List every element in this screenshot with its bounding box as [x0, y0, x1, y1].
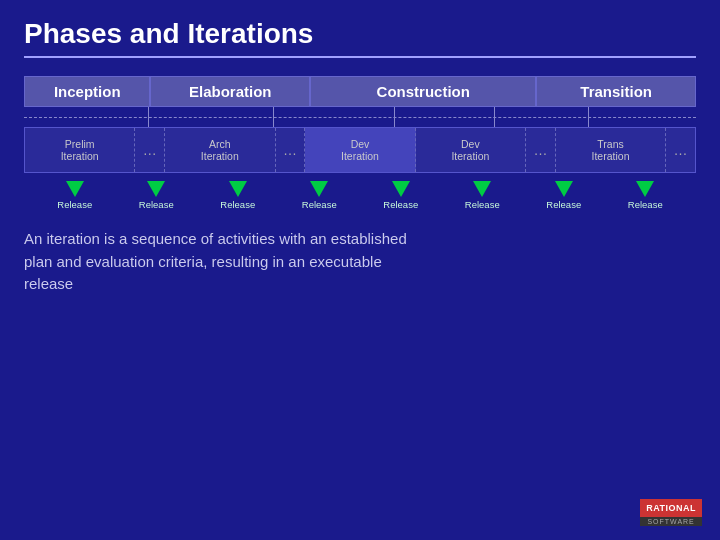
phase-transition: Transition — [536, 76, 696, 107]
release-6: Release — [465, 181, 500, 210]
rational-logo: RATIONAL SOFTWARE — [640, 499, 702, 526]
logo-sub: SOFTWARE — [640, 517, 702, 526]
iter-trans: TransIteration — [556, 128, 666, 172]
phase-elaboration: Elaboration — [150, 76, 310, 107]
release-7: Release — [546, 181, 581, 210]
release-4: Release — [302, 181, 337, 210]
iter-dot-4: … — [666, 128, 695, 172]
title-area: Phases and Iterations — [24, 18, 696, 58]
description-text: An iteration is a sequence of activities… — [24, 228, 696, 296]
iter-dot-3: … — [526, 128, 556, 172]
phases-row: Inception Elaboration Construction Trans… — [24, 76, 696, 107]
iterations-row: PrelimIteration … ArchIteration … DevIte… — [24, 127, 696, 173]
release-arrow-7 — [555, 181, 573, 197]
releases-row: Release Release Release Release Release … — [24, 181, 696, 210]
release-5: Release — [383, 181, 418, 210]
iter-dev-1: DevIteration — [305, 128, 415, 172]
phase-inception: Inception — [24, 76, 150, 107]
iter-arch: ArchIteration — [165, 128, 275, 172]
iter-prelim: PrelimIteration — [25, 128, 135, 172]
release-arrow-2 — [147, 181, 165, 197]
logo-name: RATIONAL — [640, 499, 702, 517]
release-arrow-4 — [310, 181, 328, 197]
iter-dev-2: DevIteration — [416, 128, 526, 172]
release-arrow-1 — [66, 181, 84, 197]
release-arrow-8 — [636, 181, 654, 197]
release-arrow-6 — [473, 181, 491, 197]
phases-and-iterations: Inception Elaboration Construction Trans… — [24, 76, 696, 173]
release-arrow-3 — [229, 181, 247, 197]
iter-dot-1: … — [135, 128, 165, 172]
page-title: Phases and Iterations — [24, 18, 696, 58]
phase-construction: Construction — [310, 76, 536, 107]
release-3: Release — [220, 181, 255, 210]
release-arrow-5 — [392, 181, 410, 197]
release-2: Release — [139, 181, 174, 210]
slide: Phases and Iterations Inception Elaborat… — [0, 0, 720, 540]
release-8: Release — [628, 181, 663, 210]
release-1: Release — [57, 181, 92, 210]
phase-dividers — [24, 107, 696, 127]
iter-dot-2: … — [276, 128, 306, 172]
